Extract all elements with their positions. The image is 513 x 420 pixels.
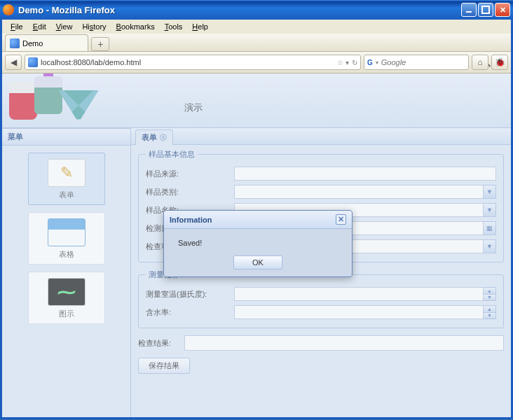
home-button[interactable]: ⌂ (472, 55, 488, 70)
dialog-message: Saved! (178, 239, 202, 247)
dialog-close-button[interactable]: ✕ (336, 214, 346, 225)
dialog-title: Information (170, 216, 212, 224)
browser-tab-label: Demo (22, 39, 43, 48)
menu-edit[interactable]: Edit (29, 21, 50, 32)
favicon-icon (28, 57, 38, 67)
dialog-ok-button[interactable]: OK (233, 255, 282, 270)
browser-tabstrip: Demo + (2, 34, 511, 52)
window-title: Demo - Mozilla Firefox (18, 5, 461, 15)
window-maximize-button[interactable] (478, 3, 493, 17)
back-button[interactable]: ◀ (5, 55, 22, 70)
search-input[interactable] (381, 58, 479, 66)
menu-file[interactable]: File (6, 21, 27, 32)
browser-menubar: File Edit View History Bookmarks Tools H… (2, 20, 511, 34)
menu-history[interactable]: History (78, 21, 110, 32)
info-dialog: Information ✕ Saved! OK (163, 210, 353, 277)
window-close-button[interactable] (495, 3, 510, 17)
menu-view[interactable]: View (52, 21, 77, 32)
reload-button[interactable]: ↻ (352, 59, 357, 66)
url-bar[interactable]: ☆ ▾ ↻ (25, 55, 361, 70)
search-bar[interactable]: G ▾ 🔍 (364, 55, 469, 70)
menu-help[interactable]: Help (188, 21, 212, 32)
window-titlebar: Demo - Mozilla Firefox (0, 0, 513, 20)
menu-bookmarks[interactable]: Bookmarks (112, 21, 159, 32)
window-minimize-button[interactable] (461, 3, 477, 17)
firebug-button[interactable]: 🐞 (491, 55, 508, 70)
firefox-icon (3, 4, 14, 15)
browser-tab-demo[interactable]: Demo (5, 34, 88, 51)
menu-tools[interactable]: Tools (160, 21, 187, 32)
url-input[interactable] (41, 58, 334, 66)
browser-navbar: ◀ ☆ ▾ ↻ G ▾ 🔍 ⌂ 🐞 (2, 52, 511, 74)
new-tab-button[interactable]: + (91, 37, 109, 51)
google-icon: G (367, 57, 373, 67)
